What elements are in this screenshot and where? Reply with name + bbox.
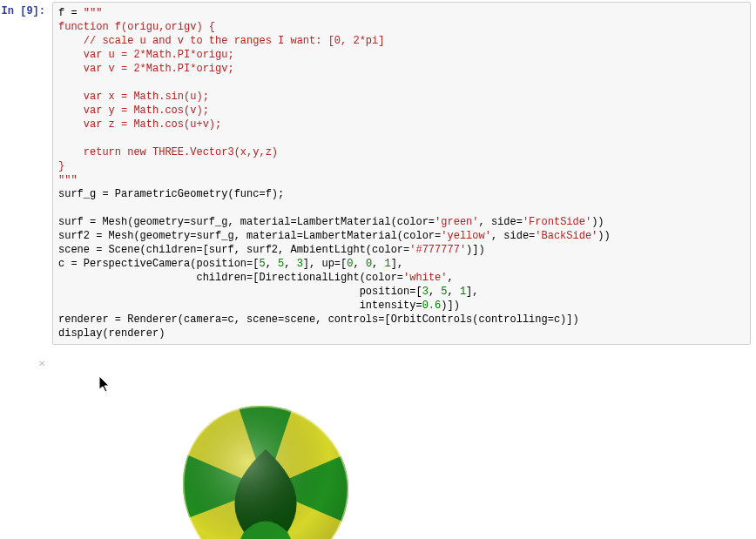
code-line: scene = Scene(children=[surf, surf2, Amb… [58, 244, 409, 256]
code-string: """ [84, 7, 103, 19]
code-line: )) [597, 230, 610, 242]
code-number: 3 [422, 286, 429, 298]
svg-rect-1 [174, 397, 357, 539]
code-string: 'yellow' [441, 230, 491, 242]
code-line: surf = Mesh(geometry=surf_g, material=La… [58, 216, 435, 228]
code-line: , [429, 286, 441, 298]
output-area: ✕ [52, 354, 756, 539]
code-number: 0.6 [422, 300, 442, 312]
code-string: 'FrontSide' [523, 216, 591, 228]
code-string: """ [58, 174, 78, 186]
code-string: 'white' [403, 272, 447, 284]
code-line: , [447, 286, 459, 298]
code-number: 3 [297, 258, 303, 270]
code-number: 1 [385, 258, 391, 270]
code-cell: In [9]: f = """ function f(origu,origv) … [0, 0, 756, 347]
code-line: )) [591, 216, 604, 228]
code-line: surf_g = ParametricGeometry(func=f); [58, 188, 284, 200]
code-string: var v = 2*Math.PI*origv; [58, 63, 234, 75]
code-string: function f(origu,origv) { [58, 21, 215, 33]
code-string: var x = Math.sin(u); [58, 91, 209, 103]
code-string: var z = Math.cos(u+v); [58, 118, 221, 131]
code-line: children=[DirectionalLight(color= [58, 272, 403, 284]
code-line: , [448, 272, 454, 284]
code-line: position=[ [58, 286, 422, 298]
code-string: } [58, 160, 64, 172]
code-line: , [284, 258, 296, 270]
code-string: var u = 2*Math.PI*origu; [58, 49, 234, 61]
input-prompt: In [9]: [0, 2, 52, 345]
code-string: return new THREE.Vector3(x,y,z) [58, 146, 278, 158]
code-line: ], [391, 258, 403, 270]
code-line: intensity= [58, 300, 422, 312]
code-line: , [372, 258, 384, 270]
code-number: 1 [460, 286, 466, 298]
code-string: 'green' [435, 216, 478, 228]
code-line: ], [466, 286, 478, 298]
code-line: , side= [491, 230, 535, 242]
code-line: display(renderer) [58, 327, 165, 340]
threejs-canvas[interactable] [52, 354, 740, 539]
prompt-label: In [9]: [2, 5, 45, 17]
code-number: 0 [366, 258, 372, 270]
code-line: , [353, 258, 365, 270]
code-number: 5 [259, 258, 265, 270]
code-line: , [266, 258, 278, 270]
parametric-surface-render [52, 354, 401, 539]
close-output-icon[interactable]: ✕ [38, 359, 45, 368]
code-string: var y = Math.cos(v); [58, 104, 209, 117]
code-line: surf2 = Mesh(geometry=surf_g, material=L… [58, 230, 441, 242]
code-line: renderer = Renderer(camera=c, scene=scen… [58, 313, 579, 326]
code-string: '#777777' [409, 244, 466, 256]
code-string: 'BackSide' [535, 230, 597, 242]
code-line: )]) [441, 300, 460, 312]
code-line: ], up=[ [303, 258, 347, 270]
code-line: f = [58, 7, 84, 19]
code-string: // scale u and v to the ranges I want: [… [58, 35, 384, 47]
code-editor[interactable]: f = """ function f(origu,origv) { // sca… [52, 2, 751, 345]
code-line: c = PerspectiveCamera(position=[ [58, 258, 259, 270]
code-line: , side= [479, 216, 523, 228]
code-line: )]) [466, 244, 485, 256]
